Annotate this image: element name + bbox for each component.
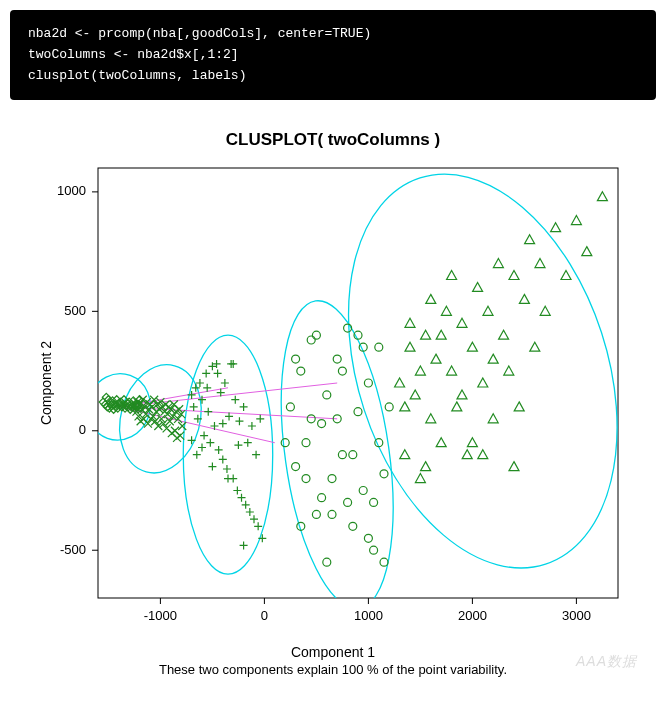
chart-container: -10000100020003000-50005001000Component … (23, 158, 643, 677)
svg-point-46 (370, 547, 378, 555)
svg-point-57 (364, 535, 372, 543)
svg-text:1000: 1000 (354, 608, 383, 623)
svg-point-38 (328, 511, 336, 519)
code-line-2: twoColumns <- nba2d$x[,1:2] (28, 47, 239, 62)
svg-point-30 (286, 403, 294, 411)
svg-point-49 (385, 403, 393, 411)
svg-point-45 (364, 379, 372, 387)
svg-text:-1000: -1000 (144, 608, 177, 623)
svg-point-55 (344, 499, 352, 507)
svg-point-34 (307, 415, 315, 423)
svg-point-64 (338, 367, 346, 375)
svg-text:3000: 3000 (562, 608, 591, 623)
svg-point-41 (344, 324, 352, 332)
svg-point-48 (380, 470, 388, 478)
svg-point-51 (302, 439, 310, 447)
code-line-1: nba2d <- prcomp(nba[,goodCols], center=T… (28, 26, 371, 41)
svg-text:0: 0 (79, 423, 86, 438)
svg-point-31 (292, 463, 300, 471)
svg-text:1000: 1000 (57, 184, 86, 199)
svg-point-32 (297, 367, 305, 375)
svg-text:2000: 2000 (458, 608, 487, 623)
svg-point-35 (312, 332, 320, 340)
svg-point-47 (375, 344, 383, 352)
svg-text:0: 0 (261, 608, 268, 623)
svg-point-68 (380, 559, 388, 567)
svg-point-25 (301, 158, 633, 603)
svg-rect-0 (98, 168, 618, 598)
svg-point-44 (359, 487, 367, 495)
svg-point-61 (307, 336, 315, 344)
svg-point-53 (323, 559, 331, 567)
svg-point-33 (302, 475, 310, 483)
svg-text:500: 500 (64, 303, 86, 318)
svg-point-36 (318, 494, 326, 502)
svg-point-52 (312, 511, 320, 519)
svg-point-63 (328, 475, 336, 483)
svg-point-59 (281, 439, 289, 447)
svg-point-37 (323, 391, 331, 399)
svg-point-43 (354, 408, 362, 416)
x-axis-label: Component 1 (23, 644, 643, 660)
code-block: nba2d <- prcomp(nba[,goodCols], center=T… (10, 10, 656, 100)
svg-text:Component 2: Component 2 (38, 341, 54, 425)
svg-point-62 (318, 420, 326, 428)
chart-title: CLUSPLOT( twoColumns ) (10, 130, 656, 150)
chart-caption: These two components explain 100 % of th… (23, 662, 643, 677)
svg-point-24 (264, 294, 410, 616)
svg-point-42 (349, 523, 357, 531)
code-line-3: clusplot(twoColumns, labels) (28, 68, 246, 83)
svg-point-65 (349, 451, 357, 459)
svg-point-40 (338, 451, 346, 459)
clusplot-scatter: -10000100020003000-50005001000Component … (33, 158, 633, 638)
watermark: AAA数据 (576, 653, 637, 671)
svg-text:-500: -500 (60, 542, 86, 557)
svg-point-50 (292, 356, 300, 364)
svg-point-67 (370, 499, 378, 507)
svg-point-39 (333, 356, 341, 364)
